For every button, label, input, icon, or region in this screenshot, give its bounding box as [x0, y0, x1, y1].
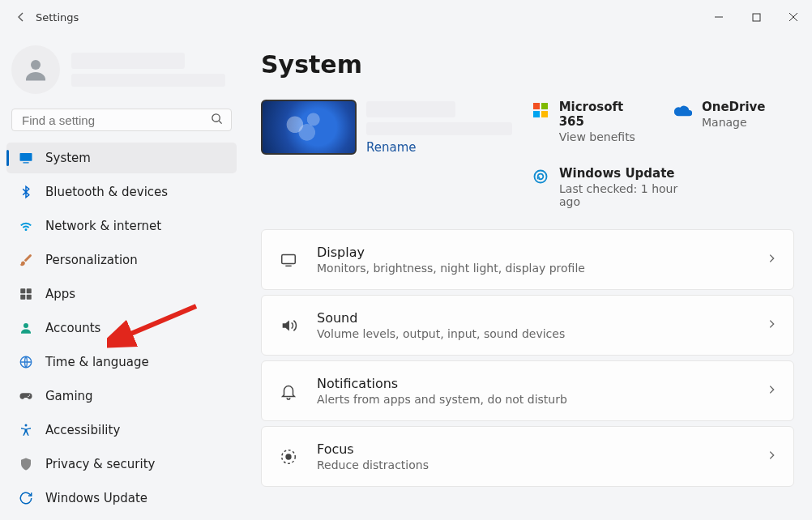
- nav-accessibility[interactable]: Accessibility: [6, 415, 237, 445]
- user-email-redacted: [71, 74, 225, 87]
- device-model-redacted: [366, 122, 512, 135]
- chevron-right-icon: [766, 318, 777, 332]
- svg-rect-15: [541, 111, 548, 117]
- nav-system[interactable]: System: [6, 143, 237, 173]
- nav-network[interactable]: Network & internet: [6, 211, 237, 241]
- nav-label: Time & language: [45, 355, 149, 369]
- svg-point-19: [285, 454, 291, 459]
- chevron-right-icon: [766, 253, 777, 266]
- tile-title: Notifications: [317, 376, 567, 391]
- main-content: System Rename: [243, 34, 812, 520]
- nav-time[interactable]: Time & language: [6, 347, 237, 377]
- chevron-right-icon: [766, 450, 777, 463]
- nav-gaming[interactable]: Gaming: [6, 381, 237, 411]
- close-button[interactable]: [775, 4, 812, 30]
- search-input[interactable]: [20, 113, 211, 128]
- status-row: Rename Microsoft 365: [261, 100, 794, 208]
- svg-point-2: [212, 114, 220, 121]
- svg-rect-8: [27, 295, 32, 300]
- tile-sub: Monitors, brightness, night light, displ…: [317, 262, 585, 275]
- tile-sound[interactable]: Sound Volume levels, output, input, soun…: [261, 295, 794, 356]
- nav-apps[interactable]: Apps: [6, 279, 237, 309]
- apps-icon: [18, 286, 34, 302]
- status-sub: View benefits: [559, 130, 652, 143]
- status-windows-update[interactable]: Windows Update Last checked: 1 hour ago: [532, 166, 794, 208]
- svg-rect-3: [20, 153, 32, 161]
- shield-icon: [18, 456, 34, 472]
- rename-link[interactable]: Rename: [366, 140, 512, 155]
- tile-display[interactable]: Display Monitors, brightness, night ligh…: [261, 229, 794, 290]
- device-card: Rename: [261, 100, 512, 155]
- minimize-icon: [714, 12, 724, 22]
- nav-bluetooth[interactable]: Bluetooth & devices: [6, 177, 237, 207]
- system-icon: [18, 150, 34, 166]
- page-title: System: [261, 50, 794, 79]
- bluetooth-icon: [18, 184, 34, 200]
- titlebar: Settings: [0, 0, 812, 34]
- tile-title: Sound: [317, 310, 565, 326]
- user-name-redacted: [71, 53, 185, 69]
- window-title: Settings: [36, 11, 79, 23]
- update-icon: [532, 168, 549, 185]
- accessibility-icon: [18, 422, 34, 438]
- svg-rect-13: [541, 103, 548, 109]
- status-onedrive[interactable]: OneDrive Manage: [674, 100, 794, 143]
- status-microsoft365[interactable]: Microsoft 365 View benefits: [532, 100, 652, 143]
- microsoft-365-icon: [532, 101, 549, 119]
- search-box[interactable]: [11, 109, 232, 131]
- tile-title: Display: [317, 245, 585, 260]
- status-sub: Manage: [702, 116, 766, 129]
- maximize-button[interactable]: [737, 4, 775, 30]
- nav-label: Privacy & security: [45, 457, 155, 471]
- nav-label: System: [45, 151, 91, 165]
- nav-personalization[interactable]: Personalization: [6, 245, 237, 275]
- device-thumbnail[interactable]: [261, 100, 357, 155]
- maximize-icon: [752, 13, 761, 22]
- back-button[interactable]: [10, 6, 32, 28]
- nav-privacy[interactable]: Privacy & security: [6, 449, 237, 480]
- display-icon: [278, 251, 299, 269]
- svg-rect-0: [753, 14, 760, 21]
- search-icon: [211, 113, 223, 127]
- status-title: Microsoft 365: [559, 100, 652, 129]
- svg-rect-14: [533, 111, 540, 117]
- status-title: OneDrive: [702, 100, 766, 114]
- nav-accounts[interactable]: Accounts: [6, 313, 237, 343]
- back-arrow-icon: [15, 11, 28, 23]
- svg-rect-7: [20, 295, 25, 300]
- svg-point-9: [24, 323, 28, 328]
- nav-label: Accessibility: [45, 423, 120, 437]
- nav-label: Apps: [45, 287, 75, 301]
- tile-sub: Volume levels, output, input, sound devi…: [317, 327, 565, 340]
- tile-title: Focus: [317, 441, 429, 457]
- avatar: [11, 45, 60, 94]
- onedrive-icon: [674, 101, 692, 119]
- device-name-redacted: [366, 101, 455, 117]
- nav-update[interactable]: Windows Update: [6, 483, 237, 514]
- chevron-right-icon: [766, 384, 777, 398]
- system-settings-list: Display Monitors, brightness, night ligh…: [261, 229, 794, 487]
- svg-rect-4: [23, 162, 29, 163]
- nav-label: Windows Update: [45, 491, 147, 505]
- nav-label: Personalization: [45, 253, 138, 267]
- gamepad-icon: [18, 388, 34, 404]
- svg-point-16: [535, 171, 547, 183]
- focus-icon: [278, 448, 299, 466]
- wifi-icon: [18, 218, 34, 234]
- svg-point-11: [25, 424, 28, 427]
- tile-focus[interactable]: Focus Reduce distractions: [261, 426, 794, 487]
- nav-list: System Bluetooth & devices Network & int…: [6, 143, 237, 514]
- brush-icon: [18, 252, 34, 268]
- person-icon: [18, 320, 34, 336]
- tile-sub: Alerts from apps and system, do not dist…: [317, 393, 567, 406]
- globe-clock-icon: [18, 354, 34, 370]
- nav-label: Network & internet: [45, 219, 161, 233]
- update-icon: [18, 490, 34, 506]
- nav-label: Gaming: [45, 389, 93, 403]
- svg-rect-12: [533, 103, 540, 109]
- svg-point-1: [31, 60, 41, 70]
- user-profile[interactable]: [6, 44, 237, 107]
- sidebar: System Bluetooth & devices Network & int…: [0, 34, 243, 520]
- tile-notifications[interactable]: Notifications Alerts from apps and syste…: [261, 360, 794, 421]
- minimize-button[interactable]: [700, 4, 737, 30]
